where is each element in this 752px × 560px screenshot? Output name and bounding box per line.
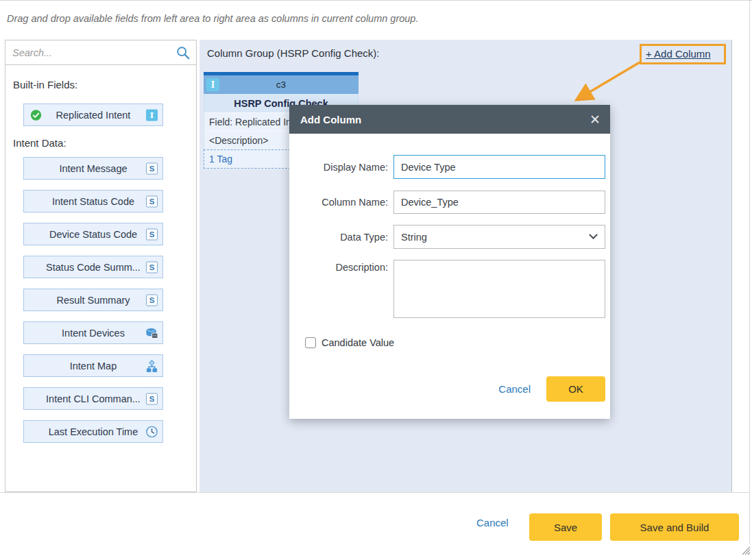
builtin-fields-label: Built-in Fields: [13, 79, 196, 90]
window-right-border [749, 1, 750, 544]
field-label: Status Code Summ... [46, 262, 141, 273]
search-box [5, 40, 196, 65]
field-last-execution-time[interactable]: Last Execution Time [23, 420, 163, 443]
resize-grip-icon[interactable] [740, 544, 751, 555]
field-label: Replicated Intent [56, 110, 131, 121]
field-label: Last Execution Time [49, 426, 138, 437]
dialog-title: Add Column [300, 114, 361, 125]
string-type-badge-icon: S [146, 195, 158, 207]
column-name-label: Column Name: [289, 197, 393, 208]
candidate-value-checkbox[interactable] [305, 337, 316, 348]
candidate-value-label: Candidate Value [322, 337, 394, 348]
string-type-badge-icon: S [146, 393, 158, 404]
field-device-status-code[interactable]: Device Status Code S [23, 223, 163, 245]
chevron-down-icon [589, 230, 598, 239]
card-header: I c3 [204, 75, 359, 94]
field-status-code-summary[interactable]: Status Code Summ... S [23, 256, 163, 278]
field-replicated-intent[interactable]: Replicated Intent I [23, 104, 163, 126]
display-name-row: Display Name: [289, 155, 610, 179]
field-result-summary[interactable]: Result Summary S [23, 289, 163, 311]
column-group-title: Column Group (HSRP Config Check): [207, 47, 379, 59]
column-group-editor-window: Drag and drop available fields from left… [0, 0, 752, 560]
data-type-value: String [401, 232, 427, 243]
search-input[interactable] [5, 40, 196, 64]
instruction-text: Drag and drop available fields from left… [7, 13, 418, 24]
close-icon[interactable]: ✕ [590, 113, 601, 126]
field-intent-cli-commands[interactable]: Intent CLI Comman... S [23, 387, 163, 410]
field-label: Intent Map [70, 361, 117, 372]
description-label: Description: [289, 260, 393, 273]
data-type-label: Data Type: [289, 232, 393, 243]
search-icon[interactable] [175, 45, 191, 60]
intent-type-badge-icon: I [146, 109, 158, 121]
string-type-badge-icon: S [146, 261, 158, 273]
field-label: Intent Message [59, 163, 127, 174]
add-column-highlight-annotation [640, 44, 726, 64]
description-textarea[interactable] [393, 260, 605, 318]
clock-icon [145, 425, 158, 438]
string-type-badge-icon: S [146, 228, 158, 240]
string-type-badge-icon: S [146, 294, 158, 306]
display-name-label: Display Name: [289, 162, 393, 173]
field-list: Built-in Fields: Replicated Intent I Int… [5, 65, 196, 443]
dialog-ok-button[interactable]: OK [546, 376, 605, 402]
field-label: Intent Devices [62, 328, 125, 339]
display-name-input[interactable] [393, 155, 605, 179]
dialog-cancel-link[interactable]: Cancel [498, 383, 531, 395]
check-circle-icon [30, 109, 42, 121]
field-intent-message[interactable]: Intent Message S [23, 157, 163, 180]
field-label: Intent CLI Comman... [46, 393, 141, 404]
dialog-header[interactable]: Add Column ✕ [289, 105, 610, 134]
string-type-badge-icon: S [146, 162, 158, 174]
column-name-input[interactable] [393, 191, 605, 214]
field-label: Intent Status Code [52, 196, 134, 207]
devices-icon [145, 326, 158, 339]
intent-data-label: Intent Data: [13, 137, 196, 149]
field-label: Result Summary [56, 295, 130, 306]
data-type-row: Data Type: String [289, 225, 610, 249]
save-and-build-button[interactable]: Save and Build [610, 513, 739, 541]
candidate-value-row: Candidate Value [305, 337, 394, 348]
intent-type-badge-icon: I [206, 78, 219, 91]
save-button[interactable]: Save [529, 513, 602, 541]
map-icon [145, 359, 158, 372]
footer-divider [0, 492, 750, 493]
column-name-row: Column Name: [289, 191, 610, 214]
field-label: Device Status Code [49, 229, 137, 240]
field-intent-map[interactable]: Intent Map [23, 354, 163, 377]
footer-cancel-link[interactable]: Cancel [476, 517, 509, 528]
description-row: Description: [289, 260, 610, 318]
add-column-dialog: Add Column ✕ Display Name: Column Name: … [289, 105, 610, 419]
card-code: c3 [276, 80, 286, 90]
field-intent-status-code[interactable]: Intent Status Code S [23, 190, 163, 212]
fields-sidebar: Built-in Fields: Replicated Intent I Int… [5, 40, 197, 492]
field-intent-devices[interactable]: Intent Devices [23, 321, 163, 344]
data-type-select[interactable]: String [393, 225, 605, 249]
